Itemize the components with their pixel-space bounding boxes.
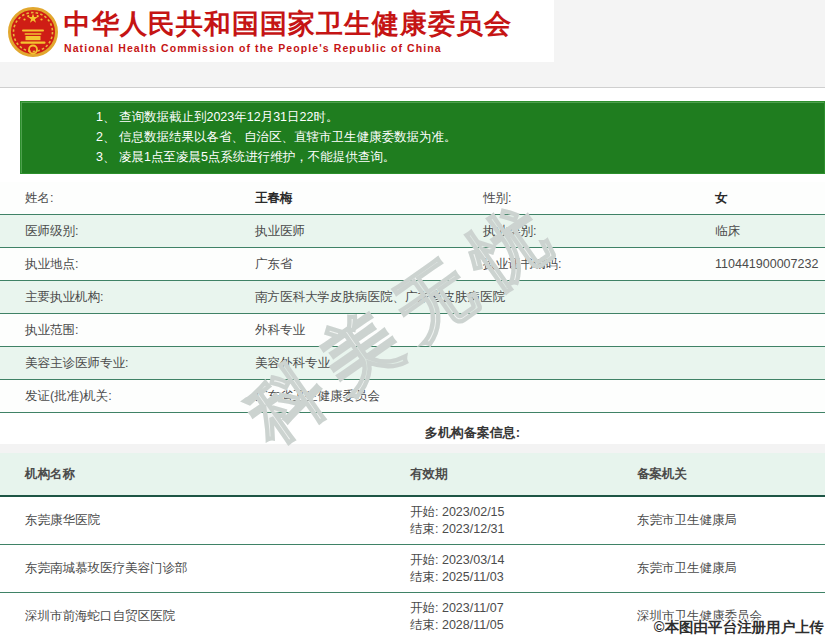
info-label: 执业地点:	[0, 256, 247, 272]
filing-start-date: 开始: 2023/11/07	[410, 600, 612, 617]
filing-end-date: 结束: 2023/12/31	[410, 521, 612, 538]
info-value: 南方医科大学皮肤病医院、广东省皮肤病医院	[247, 289, 825, 305]
info-value: 王春梅	[247, 190, 475, 206]
license-query-result-page: 中华人民共和国国家卫生健康委员会 National Health Commiss…	[0, 0, 825, 638]
info-label: 发证(批准)机关:	[0, 388, 247, 404]
filing-org: 东莞康华医院	[0, 512, 388, 529]
info-value: 执业医师	[247, 223, 475, 239]
site-header: 中华人民共和国国家卫生健康委员会 National Health Commiss…	[0, 0, 554, 62]
column-header-authority: 备案机关	[612, 466, 825, 483]
info-row: 发证(批准)机关:广东省卫生健康委员会	[0, 380, 825, 413]
info-label: 性别:	[475, 190, 707, 206]
notice-box: 1、 查询数据截止到2023年12月31日22时。 2、 信息数据结果以各省、自…	[20, 101, 825, 174]
info-value: 临床	[707, 223, 825, 239]
site-title-chinese: 中华人民共和国国家卫生健康委员会	[64, 9, 512, 39]
info-label: 主要执业机构:	[0, 289, 247, 305]
info-row: 姓名:王春梅性别:女	[0, 182, 825, 215]
filing-row: 东莞康华医院开始: 2023/02/15结束: 2023/12/31东莞市卫生健…	[0, 497, 825, 545]
filing-row: 东莞南城慕玫医疗美容门诊部开始: 2023/03/14结束: 2025/11/0…	[0, 545, 825, 593]
site-titles: 中华人民共和国国家卫生健康委员会 National Health Commiss…	[64, 0, 512, 54]
filing-end-date: 结束: 2025/11/03	[410, 569, 612, 586]
info-value: 外科专业	[247, 322, 825, 338]
info-row: 执业范围:外科专业	[0, 314, 825, 347]
info-value: 广东省卫生健康委员会	[247, 388, 825, 404]
filing-validity: 开始: 2023/03/14结束: 2025/11/03	[388, 552, 612, 586]
info-label: 姓名:	[0, 190, 247, 206]
notice-list: 1、 查询数据截止到2023年12月31日22时。 2、 信息数据结果以各省、自…	[96, 107, 814, 167]
filing-start-date: 开始: 2023/03/14	[410, 552, 612, 569]
info-label: 执业范围:	[0, 322, 247, 338]
info-label: 执业类别:	[475, 223, 707, 239]
filing-validity: 开始: 2023/02/15结束: 2023/12/31	[388, 504, 612, 538]
notice-item: 3、 凌晨1点至凌晨5点系统进行维护，不能提供查询。	[96, 147, 814, 167]
info-value: 广东省	[247, 256, 475, 272]
site-title-english: National Health Commission of the People…	[64, 42, 512, 54]
filing-table-body: 东莞康华医院开始: 2023/02/15结束: 2023/12/31东莞市卫生健…	[0, 497, 825, 638]
filing-table: 机构名称 有效期 备案机关 东莞康华医院开始: 2023/02/15结束: 20…	[0, 453, 825, 638]
corner-watermark: ©本图由平台注册用户上传	[654, 618, 824, 637]
column-header-org: 机构名称	[0, 466, 388, 483]
doctor-info-table: 姓名:王春梅性别:女医师级别:执业医师执业类别:临床执业地点:广东省执业证书编码…	[0, 182, 825, 413]
info-row: 主要执业机构:南方医科大学皮肤病医院、广东省皮肤病医院	[0, 281, 825, 314]
column-header-validity: 有效期	[388, 466, 612, 483]
info-row: 执业地点:广东省执业证书编码:110441900007232	[0, 248, 825, 281]
notice-item: 2、 信息数据结果以各省、自治区、直辖市卫生健康委数据为准。	[96, 127, 814, 147]
section-gap-band	[0, 444, 825, 453]
filing-org: 东莞南城慕玫医疗美容门诊部	[0, 560, 388, 577]
filing-authority: 东莞市卫生健康局	[612, 560, 825, 577]
filing-section-title: 多机构备案信息:	[60, 424, 825, 442]
info-value: 美容外科专业	[247, 355, 825, 371]
filing-org: 深圳市前海蛇口自贸区医院	[0, 608, 388, 625]
info-label: 美容主诊医师专业:	[0, 355, 247, 371]
china-national-emblem-icon	[8, 5, 58, 59]
notice-item: 1、 查询数据截止到2023年12月31日22时。	[96, 107, 814, 127]
filing-end-date: 结束: 2028/11/05	[410, 617, 612, 634]
filing-table-header: 机构名称 有效期 备案机关	[0, 453, 825, 497]
info-label: 医师级别:	[0, 223, 247, 239]
info-value: 110441900007232	[707, 256, 825, 272]
info-row: 美容主诊医师专业:美容外科专业	[0, 347, 825, 380]
filing-start-date: 开始: 2023/02/15	[410, 504, 612, 521]
filing-validity: 开始: 2023/11/07结束: 2028/11/05	[388, 600, 612, 634]
info-row: 医师级别:执业医师执业类别:临床	[0, 215, 825, 248]
info-label: 执业证书编码:	[475, 256, 707, 272]
info-value: 女	[707, 190, 825, 206]
filing-authority: 东莞市卫生健康局	[612, 512, 825, 529]
